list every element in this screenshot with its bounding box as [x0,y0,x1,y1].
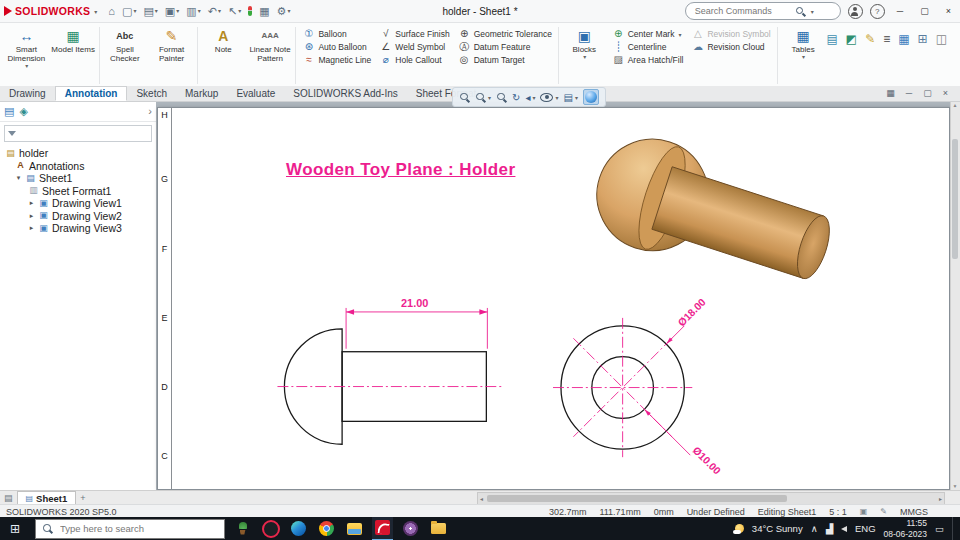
show-desktop-button[interactable] [952,517,957,540]
chevron-down-icon[interactable]: ▾ [811,8,814,15]
restore-icon[interactable]: ▢ [915,6,934,16]
tray-expand-icon[interactable]: ∧ [811,523,818,534]
line-thickness-icon[interactable]: ✎ [865,32,875,46]
command-search[interactable]: ▾ [685,2,841,20]
model-items-button[interactable]: ▦ Model Items [50,24,97,87]
line-style-icon[interactable]: ≡ [883,32,890,46]
notification-icon[interactable]: ▭ [935,523,944,534]
tab-markup[interactable]: Markup [176,86,227,101]
spell-checker-button[interactable]: Abc Spell Checker [101,24,148,87]
file-explorer-icon[interactable] [344,518,365,540]
minimize-icon[interactable]: ─ [892,6,908,16]
add-sheet-icon[interactable]: + [76,493,89,503]
center-mark-button[interactable]: ⊕ Center Mark ▾ [612,29,684,39]
scrollbar-thumb[interactable] [487,495,787,502]
smart-dimension-button[interactable]: ↔ Smart Dimension ▾ [3,24,50,87]
command-search-input[interactable] [693,5,791,17]
weld-symbol-button[interactable]: ∠ Weld Symbol [379,42,449,52]
doc-minimize-icon[interactable]: ─ [906,88,912,98]
expand-arrow-icon[interactable]: ▸ [28,199,35,207]
new-document-icon[interactable]: ▢▾ [119,4,139,19]
view-settings-icon[interactable]: ▤▾ [563,92,577,103]
opera-icon[interactable] [260,518,281,540]
scroll-right-icon[interactable]: ▸ [937,495,944,502]
folder-icon[interactable] [428,518,449,540]
tab-drawing[interactable]: Drawing [0,86,55,101]
vertical-scrollbar[interactable]: ▲ ▼ [950,101,960,490]
rebuild-stoplight-icon[interactable] [245,4,255,18]
open-icon[interactable]: ▤▾ [140,4,160,19]
hole-callout-button[interactable]: ⌀ Hole Callout [379,55,449,65]
search-icon[interactable] [795,6,806,17]
dimension-length[interactable]: 21.00 [346,297,487,349]
scrollbar-thumb[interactable] [952,139,958,259]
layer-properties-icon[interactable]: ⊞ [918,32,928,46]
language-indicator[interactable]: ENG [855,523,876,534]
tree-item-sheet1[interactable]: ▾ ▤ Sheet1 [0,172,156,185]
scroll-up-icon[interactable]: ▲ [951,102,959,108]
drawing-view-top[interactable]: Ø18.00 Ø10.00 [553,296,723,476]
magnetic-line-button[interactable]: ≈ Magnetic Line [302,55,371,65]
display-manager-icon[interactable]: ◈ [19,105,27,118]
scroll-left-icon[interactable]: ◂ [478,495,485,502]
tree-filter-input[interactable] [19,128,148,140]
centerline-button[interactable]: ┊ Centerline [612,42,684,52]
tab-solidworks-add-ins[interactable]: SOLIDWORKS Add-Ins [284,86,406,101]
area-hatch-fill-button[interactable]: ▨ Area Hatch/Fill [612,55,684,65]
sheet-tab-sheet1[interactable]: ▤ Sheet1 [17,491,77,504]
feature-manager-tree-icon[interactable]: ▤ [4,105,14,118]
tree-item-sheet-format1[interactable]: ▥ Sheet Format1 [0,185,156,198]
solidworks-icon[interactable] [372,517,393,540]
taskbar-clock[interactable]: 11:55 08-06-2023 [884,518,927,539]
rotate-view-icon[interactable]: ↻ [512,92,520,103]
tor-icon[interactable] [400,518,421,540]
tree-filter[interactable] [4,125,152,142]
zoom-to-area-icon[interactable]: ▾ [475,92,491,103]
tree-item-drawing-view1[interactable]: ▸ ▣ Drawing View1 [0,197,156,210]
tree-item-holder[interactable]: ▤ holder [0,147,156,160]
user-account-icon[interactable] [848,4,863,19]
surface-finish-button[interactable]: √ Surface Finish [379,29,449,39]
expand-arrow-icon[interactable]: ▸ [28,224,35,232]
start-button[interactable]: ⊞ [2,517,28,540]
tables-button[interactable]: ▦ Tables ▾ [780,24,827,87]
search-highlights-plant-icon[interactable] [232,518,253,540]
file-properties-icon[interactable]: ▦ [256,4,272,19]
previous-view-icon[interactable]: ◂▾ [525,92,535,103]
datum-feature-button[interactable]: Ⓐ Datum Feature [458,42,552,52]
zoom-icon[interactable] [496,92,507,103]
taskbar-search-input[interactable] [58,522,190,535]
home-icon[interactable]: ⌂ [105,4,118,19]
datum-target-button[interactable]: ◎ Datum Target [458,55,552,65]
hide-show-edges-icon[interactable]: ▦ [898,32,909,46]
network-icon[interactable]: ▟ [826,523,833,534]
new-window-icon[interactable]: ▦ [886,88,895,98]
tree-item-drawing-view3[interactable]: ▸ ▣ Drawing View3 [0,222,156,235]
line-color-icon[interactable]: ◩ [846,32,857,46]
drawing-view-front[interactable]: 21.00 [277,297,503,444]
linear-note-pattern-button[interactable]: AAA Linear Note Pattern [247,24,294,87]
drawing-view-isometric[interactable] [582,125,843,304]
blocks-button[interactable]: ▣ Blocks ▾ [561,24,608,87]
graphics-area[interactable]: H G F E D C Wooden Toy Plane : Holder [156,101,960,490]
expand-arrow-icon[interactable]: ▾ [15,174,22,182]
tab-sketch[interactable]: Sketch [127,86,176,101]
help-icon[interactable]: ? [870,4,885,19]
tag-icon[interactable]: ✎ [880,507,887,516]
tab-annotation[interactable]: Annotation [55,86,128,101]
format-painter-button[interactable]: ✎ Format Painter [148,24,195,87]
note-button[interactable]: A Note [200,24,247,87]
panel-expand-chevron-icon[interactable]: › [148,105,152,117]
balloon-button[interactable]: ① Balloon [302,29,371,39]
edit-layer-icon[interactable]: ▤ [826,32,837,46]
hide-show-items-icon[interactable]: ▾ [540,93,558,102]
dimension-text[interactable]: Ø10.00 [691,445,723,477]
drawing-sheet[interactable]: H G F E D C Wooden Toy Plane : Holder [157,107,950,490]
doc-restore-icon[interactable]: ▢ [923,88,932,98]
dimension-outer-diameter[interactable]: Ø18.00 [666,296,708,343]
doc-close-icon[interactable]: × [943,88,948,98]
weather-text[interactable]: 34°C Sunny [752,523,803,534]
print-icon[interactable]: ▥▾ [183,4,203,19]
tab-evaluate[interactable]: Evaluate [227,86,284,101]
select-icon[interactable]: ↖▾ [225,4,244,19]
